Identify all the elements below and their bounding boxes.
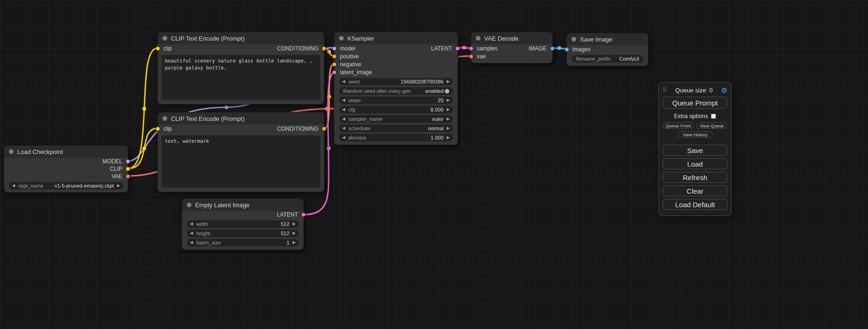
collapse-toggle-icon[interactable] (9, 149, 14, 154)
widget-value: 156680208700286 (401, 79, 444, 84)
decrement-icon[interactable]: ◀ (342, 80, 345, 84)
input-slot-samples[interactable] (469, 46, 473, 51)
cfg-widget[interactable]: ◀ cfg 8.000 ▶ (339, 106, 453, 113)
increment-icon[interactable]: ▶ (293, 231, 296, 235)
steps-widget[interactable]: ◀ steps 20 ▶ (339, 97, 453, 104)
output-slot-model[interactable] (126, 159, 130, 164)
collapse-toggle-icon[interactable] (162, 116, 167, 121)
view-queue-button[interactable]: View Queue (696, 122, 727, 129)
decrement-icon[interactable]: ◀ (190, 222, 193, 226)
decrement-icon[interactable]: ◀ (342, 108, 345, 112)
decrement-icon[interactable]: ◀ (190, 231, 193, 235)
collapse-toggle-icon[interactable] (162, 36, 167, 41)
output-row: VAE (4, 173, 128, 180)
node-ksampler[interactable]: KSampler model LATENT positive negative … (334, 32, 458, 145)
prompt-text-input[interactable]: text, watermark (162, 135, 320, 188)
toggle-indicator[interactable] (445, 89, 450, 94)
load-button[interactable]: Load (663, 158, 727, 169)
node-title-bar[interactable]: Empty Latent Image (182, 199, 303, 211)
collapse-toggle-icon[interactable] (572, 37, 576, 42)
random-seed-toggle-widget[interactable]: Random seed after every gen enabled (339, 87, 453, 95)
node-vae-decode[interactable]: VAE Decode samples IMAGE vae (471, 32, 553, 63)
widget-value: 20 (438, 98, 444, 103)
load-default-button[interactable]: Load Default (663, 199, 727, 210)
widget-label: cfg (348, 107, 355, 112)
clear-button[interactable]: Clear (663, 185, 727, 196)
input-slot-positive[interactable] (332, 54, 337, 59)
queue-prompt-button[interactable]: Queue Prompt (663, 97, 727, 109)
collapse-toggle-icon[interactable] (339, 36, 344, 41)
widget-value: normal (428, 126, 444, 131)
widget-label: width (196, 221, 208, 227)
node-empty-latent-image[interactable]: Empty Latent Image LATENT ◀ width 512 ▶ … (182, 198, 304, 250)
refresh-button[interactable]: Refresh (663, 172, 727, 183)
decrement-icon[interactable]: ◀ (190, 241, 193, 245)
output-label: CONDITIONING (277, 126, 318, 132)
collapse-toggle-icon[interactable] (187, 203, 191, 207)
input-slot-model[interactable] (332, 46, 337, 51)
input-slot-negative[interactable] (332, 62, 337, 67)
node-title-bar[interactable]: Save Image (567, 33, 648, 45)
filename-prefix-widget[interactable]: filename_prefix ComfyUI (572, 55, 643, 63)
sampler-name-widget[interactable]: ◀ sampler_name euler ▶ (339, 115, 453, 123)
output-slot-latent[interactable] (455, 46, 460, 51)
prev-value-icon[interactable]: ◀ (342, 126, 345, 130)
output-label: CONDITIONING (277, 45, 318, 52)
drag-handle-icon[interactable]: ⠿ (663, 87, 667, 93)
extra-options-checkbox[interactable] (711, 114, 716, 119)
node-title-bar[interactable]: CLIP Text Encode (Prompt) (158, 32, 324, 44)
node-title-bar[interactable]: CLIP Text Encode (Prompt) (158, 112, 324, 125)
width-widget[interactable]: ◀ width 512 ▶ (187, 220, 299, 228)
input-slot-vae[interactable] (469, 54, 473, 59)
increment-icon[interactable]: ▶ (447, 108, 450, 112)
denoise-widget[interactable]: ◀ denoise 1.000 ▶ (339, 134, 453, 141)
widget-value: euler (432, 116, 443, 122)
node-save-image[interactable]: Save Image images filename_prefix ComfyU… (566, 33, 649, 66)
decrement-icon[interactable]: ◀ (342, 136, 345, 140)
wire-midpoint-dot (327, 95, 331, 98)
input-slot-clip[interactable] (155, 126, 160, 131)
output-slot-conditioning[interactable] (322, 126, 326, 131)
increment-icon[interactable]: ▶ (447, 136, 450, 140)
prev-value-icon[interactable]: ◀ (12, 184, 15, 188)
queue-size-label: Queue size: 0 (667, 87, 721, 94)
node-canvas[interactable]: Load Checkpoint MODEL CLIP VAE ◀ ckpt_na… (0, 0, 868, 329)
widget-value: v1-5-pruned-emaonly.ckpt (55, 183, 114, 189)
decrement-icon[interactable]: ◀ (342, 98, 345, 102)
increment-icon[interactable]: ▶ (293, 241, 296, 245)
prompt-text-input[interactable]: beautiful scenery nature glass bottle la… (162, 55, 320, 100)
next-value-icon[interactable]: ▶ (117, 184, 120, 188)
prev-value-icon[interactable]: ◀ (342, 117, 345, 121)
input-slot-latent-image[interactable] (332, 70, 337, 75)
increment-icon[interactable]: ▶ (447, 98, 450, 102)
input-slot-clip[interactable] (155, 46, 160, 51)
increment-icon[interactable]: ▶ (447, 80, 450, 84)
queue-front-button[interactable]: Queue Front (663, 122, 694, 129)
save-button[interactable]: Save (663, 145, 727, 156)
output-slot-conditioning[interactable] (322, 46, 326, 51)
scheduler-widget[interactable]: ◀ scheduler normal ▶ (339, 125, 453, 132)
ckpt-name-widget[interactable]: ◀ ckpt_name v1-5-pruned-emaonly.ckpt ▶ (9, 182, 123, 189)
slot-row: negative (334, 60, 458, 68)
output-slot-vae[interactable] (126, 174, 130, 179)
node-clip-text-encode-positive[interactable]: CLIP Text Encode (Prompt) clip CONDITION… (157, 32, 325, 105)
collapse-toggle-icon[interactable] (476, 36, 480, 41)
output-slot-clip[interactable] (126, 167, 130, 171)
settings-gear-icon[interactable]: ⚙ (721, 87, 727, 94)
node-title-bar[interactable]: VAE Decode (471, 32, 552, 44)
batch-size-widget[interactable]: ◀ batch_size 1 ▶ (187, 239, 299, 246)
next-value-icon[interactable]: ▶ (447, 117, 450, 121)
widget-label: denoise (348, 135, 367, 140)
next-value-icon[interactable]: ▶ (447, 126, 450, 130)
increment-icon[interactable]: ▶ (293, 222, 296, 226)
node-clip-text-encode-negative[interactable]: CLIP Text Encode (Prompt) clip CONDITION… (157, 112, 325, 192)
input-slot-images[interactable] (565, 47, 569, 52)
node-title-bar[interactable]: Load Checkpoint (4, 146, 128, 158)
node-load-checkpoint[interactable]: Load Checkpoint MODEL CLIP VAE ◀ ckpt_na… (4, 145, 128, 193)
output-slot-latent[interactable] (301, 212, 306, 217)
output-slot-image[interactable] (550, 46, 555, 51)
view-history-button[interactable]: View History (677, 131, 713, 138)
node-title-bar[interactable]: KSampler (334, 32, 458, 44)
height-widget[interactable]: ◀ height 512 ▶ (187, 230, 299, 237)
seed-widget[interactable]: ◀ seed 156680208700286 ▶ (339, 78, 453, 85)
